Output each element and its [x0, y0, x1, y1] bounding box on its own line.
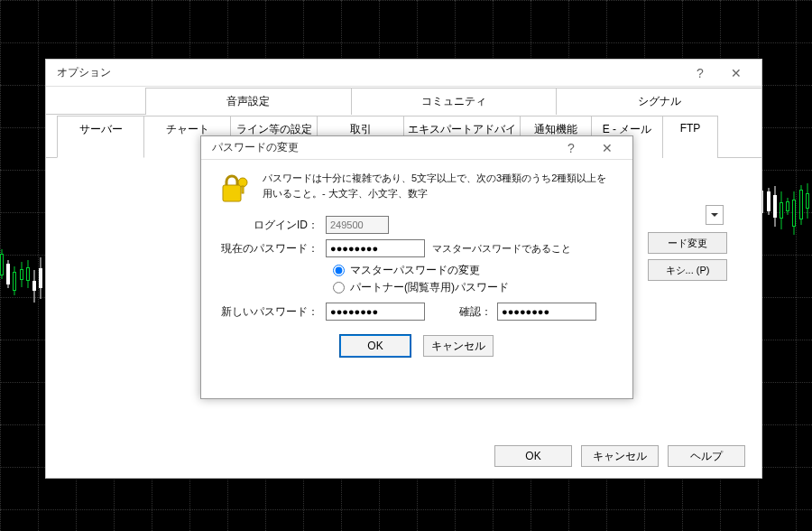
ok-button[interactable]: OK [494, 445, 572, 467]
dialog-ok-button[interactable]: OK [340, 335, 411, 357]
tab-community[interactable]: コミュニティ [351, 88, 558, 115]
svg-rect-0 [223, 185, 241, 201]
tab-signal[interactable]: シグナル [556, 88, 762, 115]
dialog-close-button[interactable]: ✕ [589, 135, 625, 161]
options-buttons: OK キャンセル ヘルプ [494, 445, 745, 467]
tab-server[interactable]: サーバー [57, 116, 144, 158]
dialog-info: パスワードは十分に複雑であり、5文字以上で、次の3種類のうち2種類以上を用いるこ… [263, 171, 616, 207]
current-pw-label: 現在のパスワード： [217, 241, 326, 256]
new-pw-field[interactable] [326, 303, 425, 321]
help-button-bottom[interactable]: ヘルプ [668, 445, 745, 467]
dialog-title: パスワードの変更 [212, 140, 299, 155]
radio-partner[interactable] [333, 282, 345, 293]
dialog-buttons: OK キャンセル [217, 335, 616, 357]
radio-partner-label: パートナー(閲覧専用)パスワード [350, 280, 509, 295]
password-dialog: パスワードの変更 ? ✕ パスワードは十分に複雑であり、5文字以上で、次の3種類… [200, 135, 633, 399]
svg-rect-2 [242, 186, 244, 193]
dialog-cancel-button[interactable]: キャンセル [423, 335, 494, 357]
options-title: オプション [57, 65, 111, 80]
change-password-button[interactable]: ード変更 [648, 232, 727, 254]
server-dropdown[interactable] [706, 205, 724, 225]
radio-master-label: マスターパスワードの変更 [350, 263, 480, 278]
confirm-label: 確認： [459, 304, 492, 320]
confirm-pw-field[interactable] [497, 303, 596, 321]
cancel-button[interactable]: キャンセル [581, 445, 659, 467]
close-button[interactable]: ✕ [718, 61, 754, 86]
tab-sound[interactable]: 音声設定 [145, 88, 352, 115]
dialog-body: パスワードは十分に複雑であり、5文字以上で、次の3種類のうち2種類以上を用いるこ… [201, 160, 632, 368]
dialog-titlebar: パスワードの変更 ? ✕ [201, 136, 632, 160]
options-titlebar: オプション ? ✕ [46, 60, 761, 87]
proxy-button[interactable]: キシ... (P) [648, 259, 727, 281]
tabs-upper: 音声設定 コミュニティ シグナル [46, 87, 761, 115]
new-pw-label: 新しいパスワード： [217, 304, 326, 320]
current-pw-field[interactable] [326, 239, 425, 257]
help-button[interactable]: ? [682, 61, 718, 86]
radio-master[interactable] [333, 265, 345, 276]
login-label: ログインID： [217, 218, 326, 233]
login-field [326, 216, 389, 234]
current-pw-note: マスターパスワードであること [432, 242, 571, 256]
lock-icon [217, 171, 254, 207]
tab-ftp[interactable]: FTP [662, 116, 718, 158]
dialog-help-button[interactable]: ? [553, 135, 589, 161]
